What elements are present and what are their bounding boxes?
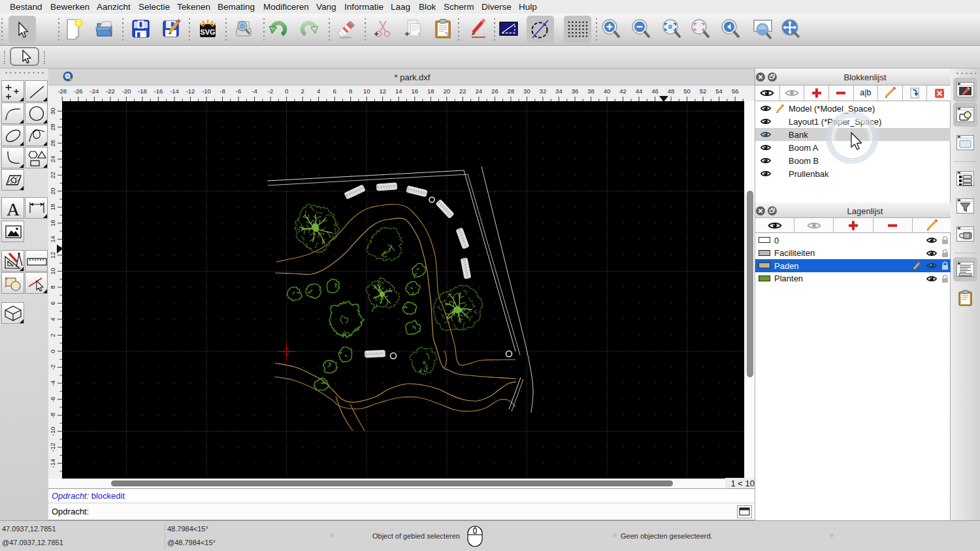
svg-text:20: 20 — [49, 188, 56, 195]
svg-text:-4: -4 — [252, 87, 257, 95]
svg-text:2: 2 — [49, 334, 56, 337]
svg-text:14: 14 — [395, 87, 402, 95]
svg-text:18: 18 — [49, 204, 56, 211]
svg-text:SVG: SVG — [200, 28, 215, 36]
svg-text:48: 48 — [668, 87, 675, 95]
svg-text:-14: -14 — [49, 459, 56, 468]
svg-text:32: 32 — [540, 87, 547, 95]
svg-text:0: 0 — [285, 87, 288, 95]
svg-text:-12: -12 — [49, 443, 56, 452]
svg-text:42: 42 — [619, 87, 627, 95]
svg-text:2: 2 — [301, 87, 304, 95]
svg-text:6: 6 — [333, 87, 336, 95]
svg-text:10: 10 — [363, 87, 370, 95]
svg-text:-14: -14 — [170, 87, 179, 95]
svg-text:0: 0 — [49, 349, 56, 353]
svg-text:-28: -28 — [57, 87, 67, 95]
svg-text:56: 56 — [732, 87, 739, 95]
svg-text:50: 50 — [683, 87, 691, 95]
svg-text:30: 30 — [523, 87, 531, 95]
svg-text:10: 10 — [49, 268, 56, 275]
svg-text:-2: -2 — [268, 87, 273, 95]
svg-text:54: 54 — [715, 87, 723, 95]
svg-text:16: 16 — [412, 87, 419, 95]
svg-text:20: 20 — [444, 87, 451, 95]
svg-text:8: 8 — [49, 285, 56, 289]
svg-text:52: 52 — [700, 87, 707, 95]
svg-text:-8: -8 — [49, 413, 56, 418]
svg-text:4: 4 — [317, 87, 320, 95]
svg-text:-16: -16 — [154, 87, 163, 95]
svg-text:26: 26 — [491, 87, 498, 95]
svg-text:22: 22 — [49, 172, 56, 179]
svg-text:22: 22 — [459, 87, 466, 95]
svg-text:44: 44 — [636, 87, 643, 95]
svg-text:-12: -12 — [186, 87, 195, 95]
svg-text:34: 34 — [555, 87, 563, 95]
svg-text:12: 12 — [379, 87, 386, 95]
svg-text:18: 18 — [427, 87, 434, 95]
svg-text:-26: -26 — [74, 87, 83, 95]
svg-text:36: 36 — [572, 87, 579, 95]
svg-text:26: 26 — [49, 140, 56, 147]
svg-text:-8: -8 — [220, 87, 225, 95]
svg-text:12: 12 — [49, 252, 56, 259]
svg-text:-2: -2 — [49, 364, 56, 370]
svg-text:38: 38 — [587, 87, 595, 95]
svg-text:24: 24 — [476, 87, 483, 95]
svg-text:16: 16 — [49, 220, 56, 227]
svg-text:A: A — [6, 199, 20, 218]
svg-text:-10: -10 — [202, 87, 211, 95]
svg-text:command: command — [959, 274, 971, 277]
svg-text:-22: -22 — [106, 87, 115, 95]
svg-text:-4: -4 — [49, 381, 56, 386]
svg-text:14: 14 — [49, 236, 56, 243]
svg-text:28: 28 — [508, 87, 515, 95]
svg-text:-6: -6 — [236, 87, 241, 95]
svg-text:30: 30 — [49, 108, 56, 115]
svg-text:8: 8 — [349, 87, 352, 95]
svg-text:6: 6 — [49, 302, 56, 305]
svg-text:-10: -10 — [49, 427, 56, 436]
svg-text:40: 40 — [604, 87, 611, 95]
svg-text:-18: -18 — [138, 87, 147, 95]
svg-text:-24: -24 — [90, 87, 99, 95]
svg-text:-20: -20 — [122, 87, 131, 95]
svg-text:-6: -6 — [49, 396, 56, 401]
svg-text:46: 46 — [651, 87, 659, 95]
svg-text:4: 4 — [49, 317, 56, 321]
svg-text:28: 28 — [49, 123, 56, 131]
svg-text:24: 24 — [49, 156, 56, 163]
